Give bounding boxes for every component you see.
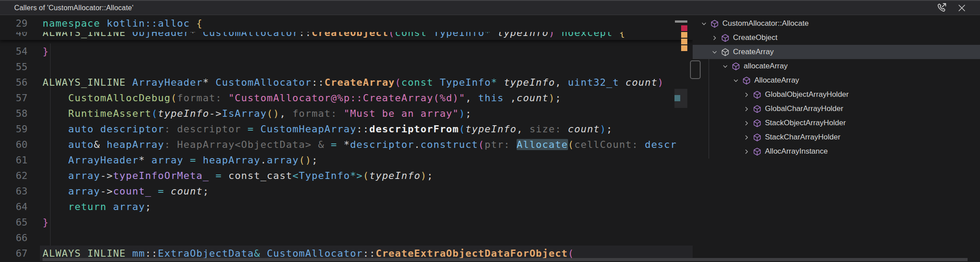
call-hierarchy-peek-view: Callers of 'CustomAllocator::Allocate' 5…	[0, 0, 980, 262]
tree-item-stackchararrayholder[interactable]: StackCharArrayHolder	[693, 130, 980, 144]
line-number: 67	[0, 246, 27, 261]
show-outgoing-calls-icon[interactable]	[936, 2, 947, 14]
code-text: array->count_ = count;	[43, 183, 209, 199]
chevron-down-icon[interactable]	[710, 48, 718, 56]
line-number: 54	[0, 44, 27, 59]
call-hierarchy-tree: CustomAllocator::AllocateCreateObjectCre…	[693, 15, 980, 262]
code-line-55[interactable]: 55	[0, 59, 693, 75]
tree-item-label: StackCharArrayHolder	[765, 133, 840, 142]
symbol-method-cube-icon	[753, 105, 761, 113]
tree-item-createarray[interactable]: CreateArray	[693, 45, 980, 59]
code-text: auto& heapArray: HeapArray<ObjectData> &…	[43, 137, 677, 152]
editor-code[interactable]: 54}5556ALWAYS_INLINE ArrayHeader* Custom…	[0, 15, 693, 262]
horizontal-scrollbar[interactable]	[43, 258, 968, 261]
tree-item-createobject[interactable]: CreateObject	[693, 31, 980, 45]
code-line-57[interactable]: 57 CustomAllocDebug(format: "CustomAlloc…	[0, 90, 693, 106]
code-text: }	[43, 214, 49, 230]
code-line-62[interactable]: 62 array->typeInfoOrMeta_ = const_cast<T…	[0, 168, 693, 183]
code-text: ArrayHeader* array = heapArray.array();	[43, 152, 318, 168]
code-text: }	[43, 44, 49, 59]
tree-item-label: StackObjectArrayHolder	[765, 119, 846, 127]
ruler-scroll-indicator	[675, 20, 687, 23]
tree-item-label: allocateArray	[744, 62, 788, 71]
line-number: 61	[0, 152, 27, 168]
code-text: auto descriptor: descriptor = CustomHeap…	[43, 121, 613, 137]
ruler-mark-red	[681, 25, 687, 31]
tree-item-allocatearray[interactable]: allocateArray	[693, 59, 980, 73]
line-number: 40	[0, 32, 27, 40]
tree-item-label: CreateObject	[733, 33, 777, 42]
code-line-40[interactable]: 40ALWAYS_INLINE ObjHeader* CustomAllocat…	[0, 32, 693, 40]
ruler-mark-orange-1	[681, 32, 687, 38]
peek-title-actions	[936, 2, 980, 14]
line-number: 64	[0, 199, 27, 214]
code-text: return array;	[43, 199, 152, 214]
tree-item-label: CustomAllocator::Allocate	[722, 19, 809, 28]
code-line-61[interactable]: 61 ArrayHeader* array = heapArray.array(…	[0, 152, 693, 168]
symbol-method-cube-icon	[753, 119, 761, 127]
code-text: namespace kotlin::alloc {	[43, 15, 203, 32]
symbol-method-cube-icon	[710, 20, 719, 28]
code-line-59[interactable]: 59 auto descriptor: descriptor = CustomH…	[0, 121, 693, 137]
peek-title-bar: Callers of 'CustomAllocator::Allocate'	[0, 0, 980, 15]
tree-item-label: GlobalCharArrayHolder	[765, 104, 843, 113]
line-number: 29	[0, 15, 27, 32]
code-line-56[interactable]: 56ALWAYS_INLINE ArrayHeader* CustomAlloc…	[0, 75, 693, 90]
line-number: 65	[0, 214, 27, 230]
code-line-63[interactable]: 63 array->count_ = count;	[0, 183, 693, 199]
chevron-down-icon[interactable]	[732, 76, 740, 84]
code-text: array->typeInfoOrMeta_ = const_cast<Type…	[43, 168, 433, 183]
chevron-right-icon[interactable]	[742, 119, 750, 127]
tree-item-label: AllocArrayInstance	[765, 147, 828, 156]
line-number: 56	[0, 75, 27, 90]
tree-item-label: AllocateArray	[754, 76, 799, 85]
line-number: 63	[0, 183, 27, 199]
ruler-mark-orange-3	[681, 45, 687, 51]
tree-item-allocatearray[interactable]: AllocateArray	[693, 73, 980, 87]
code-text: RuntimeAssert(typeInfo->IsArray(), forma…	[43, 106, 472, 121]
code-line-58[interactable]: 58 RuntimeAssert(typeInfo->IsArray(), fo…	[0, 106, 693, 121]
sticky-line-29[interactable]: 29namespace kotlin::alloc {	[0, 15, 693, 32]
ruler-mark-orange-2	[681, 39, 687, 44]
tree-item-globalobjectarrayholder[interactable]: GlobalObjectArrayHolder	[693, 87, 980, 102]
symbol-method-cube-icon	[721, 34, 729, 42]
tree-item-stackobjectarrayholder[interactable]: StackObjectArrayHolder	[693, 116, 980, 130]
line-number: 62	[0, 168, 27, 183]
line-number: 59	[0, 121, 27, 137]
symbol-method-cube-icon	[742, 76, 751, 85]
close-icon[interactable]	[956, 2, 968, 14]
tree-item-label: CreateArray	[733, 48, 774, 56]
code-line-54[interactable]: 54}	[0, 44, 693, 59]
code-line-66[interactable]: 66	[0, 230, 693, 246]
code-line-64[interactable]: 64 return array;	[0, 199, 693, 214]
line-number: 57	[0, 90, 27, 106]
symbol-method-cube-icon	[721, 48, 729, 56]
chevron-right-icon[interactable]	[742, 91, 750, 99]
tree-item-globalchararrayholder[interactable]: GlobalCharArrayHolder	[693, 102, 980, 116]
chevron-down-icon[interactable]	[721, 62, 729, 70]
chevron-right-icon[interactable]	[742, 105, 750, 113]
line-number: 66	[0, 230, 27, 246]
tree-item-label: GlobalObjectArrayHolder	[765, 90, 849, 99]
line-number: 58	[0, 106, 27, 121]
editor-vertical-scrollbar-thumb[interactable]	[690, 60, 701, 79]
chevron-right-icon[interactable]	[710, 34, 718, 42]
code-line-65[interactable]: 65}	[0, 214, 693, 230]
line-number: 60	[0, 137, 27, 152]
line-number: 55	[0, 59, 27, 75]
code-text: ALWAYS_INLINE ArrayHeader* CustomAllocat…	[43, 75, 664, 90]
peek-title: Callers of 'CustomAllocator::Allocate'	[14, 4, 133, 12]
chevron-right-icon[interactable]	[742, 133, 750, 141]
code-text: ALWAYS_INLINE ObjHeader* CustomAllocator…	[43, 32, 626, 40]
tree-item-allocarrayinstance[interactable]: AllocArrayInstance	[693, 144, 980, 159]
tree-item-customallocator-allocate[interactable]: CustomAllocator::Allocate	[693, 16, 980, 31]
code-line-60[interactable]: 60 auto& heapArray: HeapArray<ObjectData…	[0, 137, 693, 152]
symbol-method-cube-icon	[732, 62, 740, 71]
sticky-line-40-clipped[interactable]: 40ALWAYS_INLINE ObjHeader* CustomAllocat…	[0, 32, 693, 40]
symbol-method-cube-icon	[753, 91, 761, 99]
code-line-29[interactable]: 29namespace kotlin::alloc {	[0, 15, 693, 32]
chevron-right-icon[interactable]	[742, 147, 750, 155]
ruler-selection-highlight-mark	[674, 95, 680, 101]
code-text: CustomAllocDebug(format: "CustomAllocato…	[43, 90, 561, 106]
chevron-down-icon[interactable]	[700, 20, 708, 28]
